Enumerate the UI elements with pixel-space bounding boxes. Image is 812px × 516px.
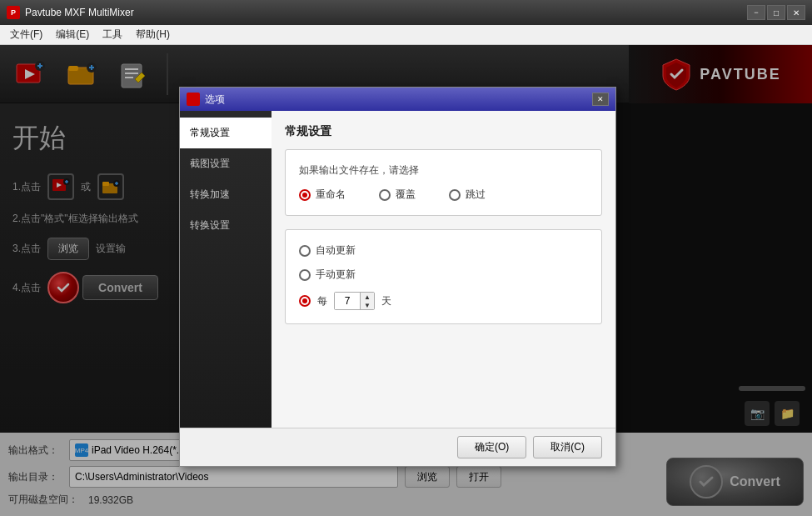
interval-row: 每 ▲ ▼ 天 [299,292,588,310]
skip-radio[interactable] [449,189,461,201]
interval-input[interactable] [335,293,360,309]
menu-bar: 文件(F) 编辑(E) 工具 帮助(H) [0,25,812,45]
skip-label: 跳过 [466,188,486,202]
title-bar: P Pavtube MXF MultiMixer － □ ✕ [0,0,812,25]
rename-label: 重命名 [316,188,346,202]
menu-tools[interactable]: 工具 [96,26,129,43]
menu-help[interactable]: 帮助(H) [129,26,177,43]
confirm-button[interactable]: 确定(O) [457,436,526,458]
dialog-sidebar: 常规设置 截图设置 转换加速 转换设置 [180,111,271,428]
dialog-nav-conversion[interactable]: 转换设置 [180,210,271,241]
overwrite-label: 覆盖 [396,188,416,202]
overwrite-option[interactable]: 覆盖 [379,188,416,202]
dialog-nav-acceleration[interactable]: 转换加速 [180,179,271,210]
auto-update-label: 自动更新 [316,243,356,258]
dialog-section-title: 常规设置 [285,124,602,139]
dialog-footer: 确定(O) 取消(C) [180,428,615,466]
restore-button[interactable]: □ [767,5,785,20]
interval-radio[interactable] [299,295,311,307]
options-dialog: 选项 ✕ 常规设置 截图设置 转换加速 转换设置 常规设置 如果输出文件存在，请… [179,87,616,467]
manual-update-option[interactable]: 手动更新 [299,268,588,282]
auto-update-radio[interactable] [299,245,311,257]
spinner-up[interactable]: ▲ [361,293,374,301]
dialog-body: 常规设置 截图设置 转换加速 转换设置 常规设置 如果输出文件存在，请选择 重命… [180,111,615,428]
file-exists-label: 如果输出文件存在，请选择 [299,163,588,178]
interval-prefix: 每 [317,294,327,308]
auto-update-option[interactable]: 自动更新 [299,243,588,258]
dialog-nav-general[interactable]: 常规设置 [180,118,271,148]
rename-radio[interactable] [299,189,311,201]
minimize-button[interactable]: － [747,5,765,20]
manual-update-radio[interactable] [299,269,311,281]
interval-unit: 天 [381,294,391,308]
upgrade-group: 自动更新 手动更新 每 ▲ ▼ [285,229,602,324]
skip-option[interactable]: 跳过 [449,188,486,202]
spinner-arrows: ▲ ▼ [360,293,374,309]
dialog-icon [187,93,200,106]
dialog-controls: ✕ [592,93,609,106]
close-button[interactable]: ✕ [787,5,805,20]
dialog-nav-screenshot[interactable]: 截图设置 [180,148,271,179]
dialog-title: 选项 [205,93,592,107]
dialog-content: 常规设置 如果输出文件存在，请选择 重命名 覆盖 [271,111,615,428]
overwrite-radio[interactable] [379,189,391,201]
file-exists-group: 如果输出文件存在，请选择 重命名 覆盖 跳过 [285,149,602,216]
manual-update-label: 手动更新 [316,268,356,282]
menu-edit[interactable]: 编辑(E) [49,26,96,43]
window-title: Pavtube MXF MultiMixer [25,7,747,18]
interval-spinner[interactable]: ▲ ▼ [334,292,375,310]
dialog-title-bar: 选项 ✕ [180,88,615,111]
window-controls: － □ ✕ [747,5,805,20]
cancel-button[interactable]: 取消(C) [533,436,602,458]
spinner-down[interactable]: ▼ [361,301,374,309]
rename-option[interactable]: 重命名 [299,188,346,202]
menu-file[interactable]: 文件(F) [3,26,49,43]
file-exists-options: 重命名 覆盖 跳过 [299,188,588,202]
dialog-close-button[interactable]: ✕ [592,93,609,106]
app-icon: P [7,6,20,19]
app-body: PAVTUBE 开始 1.点击 或 [0,45,812,516]
